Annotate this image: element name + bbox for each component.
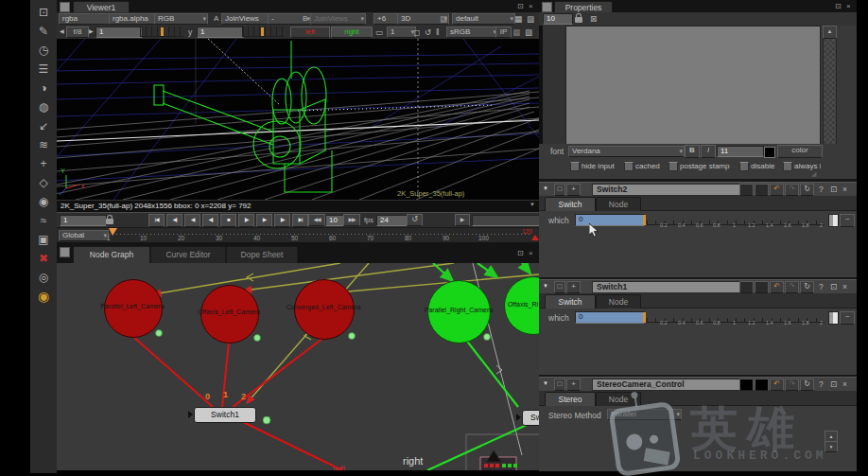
playhead[interactable]: [109, 228, 117, 236]
views-icon[interactable]: ◉: [30, 192, 57, 211]
color-icon[interactable]: ◑: [30, 79, 57, 97]
input-b-select[interactable]: JoinViews: [310, 13, 366, 25]
zoom-fit-icon[interactable]: ▦: [514, 14, 522, 24]
close-panel-icon[interactable]: ×: [842, 282, 847, 291]
draw-icon[interactable]: ✎: [30, 22, 57, 41]
transform-icon[interactable]: +: [30, 154, 57, 173]
disable-checkbox[interactable]: [739, 162, 749, 171]
float-pane-icon[interactable]: ⊡: [517, 248, 524, 258]
redo-icon[interactable]: ↷: [785, 184, 799, 196]
tab-switch[interactable]: Switch: [545, 294, 596, 309]
gain-next-icon[interactable]: ▶: [89, 27, 94, 34]
roi-icon[interactable]: ◻: [413, 27, 420, 37]
next-keyframe-button[interactable]: |▶: [274, 214, 290, 227]
close-pane-icon[interactable]: ×: [846, 1, 851, 11]
range-play-button[interactable]: ▶: [455, 214, 470, 226]
timeline[interactable]: Global 1 10 20 30 40 50 60 70 80 90 100 …: [57, 227, 539, 243]
dope-sheet-checkbox[interactable]: [783, 162, 792, 171]
fstop-button[interactable]: f/8: [66, 26, 89, 38]
clear-panels-icon[interactable]: ⊠: [590, 14, 597, 24]
undo-icon[interactable]: ↶: [770, 281, 784, 293]
float-panel-icon[interactable]: ⊡: [830, 379, 837, 389]
redo-icon[interactable]: ↷: [785, 379, 799, 391]
filter-icon[interactable]: ◍: [30, 97, 57, 116]
float-panel-icon[interactable]: ⊡: [830, 185, 837, 194]
help-icon[interactable]: ?: [819, 282, 824, 291]
scroll-down-button[interactable]: ▼: [825, 441, 838, 452]
skip-forward-button[interactable]: ▶▶: [343, 214, 360, 226]
close-panel-icon[interactable]: ×: [842, 185, 847, 194]
italic-button[interactable]: I: [701, 145, 716, 158]
gamma-slider[interactable]: [242, 26, 284, 37]
view-right-button[interactable]: right: [331, 26, 373, 38]
collapse-icon[interactable]: ▼: [543, 283, 548, 289]
gamma-slider-handle[interactable]: [261, 27, 264, 36]
undo-icon[interactable]: ↶: [770, 184, 784, 196]
node-color-swatch[interactable]: [739, 184, 754, 196]
color-swatch[interactable]: [764, 147, 775, 158]
plugin-red-icon[interactable]: ✖: [30, 249, 57, 268]
image-icon[interactable]: ⊡: [30, 3, 57, 22]
toolsets-icon[interactable]: ▣: [30, 230, 57, 249]
channels-select[interactable]: rgba: [59, 13, 115, 25]
monitor-out-icon[interactable]: ▭: [375, 27, 383, 37]
bold-button[interactable]: B: [685, 145, 700, 158]
gl-color-swatch[interactable]: [755, 281, 769, 293]
pause-icon[interactable]: ‖: [436, 27, 440, 37]
colorspace-select[interactable]: sRGB: [446, 26, 498, 38]
channel-split-button[interactable]: [828, 214, 839, 227]
collapse-icon[interactable]: ▼: [543, 380, 548, 386]
float-pane-icon[interactable]: ⊡: [835, 1, 842, 11]
which-input[interactable]: 0: [575, 311, 645, 324]
monitor-select[interactable]: 1: [387, 26, 416, 38]
minimize-icon[interactable]: □: [554, 379, 565, 391]
gain-input[interactable]: 1: [95, 26, 143, 38]
font-size-input[interactable]: 11: [717, 146, 764, 157]
gain-slider[interactable]: [140, 26, 183, 37]
revert-icon[interactable]: ↻: [800, 184, 814, 196]
loop-mode-button[interactable]: ↺: [407, 214, 423, 226]
center-node-icon[interactable]: +: [566, 379, 581, 391]
stereo-method-select[interactable]: Parallel: [607, 409, 682, 420]
node-switch1[interactable]: Switch1: [194, 407, 256, 423]
step-back-button[interactable]: ◀|: [202, 214, 218, 227]
play-button[interactable]: ▶: [256, 214, 272, 227]
resize-grip-icon[interactable]: ◢: [811, 170, 816, 178]
3d-icon[interactable]: ◇: [30, 173, 57, 192]
tab-switch[interactable]: Switch: [545, 197, 596, 211]
minimize-icon[interactable]: □: [554, 184, 565, 196]
tab-curve-editor[interactable]: Curve Editor: [150, 246, 226, 263]
other-icon[interactable]: ◎: [30, 268, 57, 287]
tab-node[interactable]: Node: [596, 392, 641, 406]
layout-icon[interactable]: ▨: [527, 14, 534, 24]
redo-icon[interactable]: ↷: [785, 281, 799, 293]
node-graph-canvas[interactable]: Parallel_Left_Camera Offaxis_Left_Camera…: [57, 263, 539, 470]
display-channel-select[interactable]: RGB: [154, 13, 208, 25]
gl-color-swatch[interactable]: [755, 184, 769, 196]
gain-prev-icon[interactable]: ◀: [60, 27, 64, 34]
cached-checkbox[interactable]: [624, 162, 634, 171]
tab-stereo[interactable]: Stereo: [545, 392, 596, 406]
channel-split-button[interactable]: [828, 311, 839, 325]
gl-color-swatch[interactable]: [755, 379, 769, 391]
lock-frame-icon[interactable]: [106, 219, 113, 224]
frame-range-select[interactable]: Global: [59, 230, 109, 241]
center-node-icon[interactable]: +: [566, 281, 581, 293]
revert-icon[interactable]: ↻: [800, 379, 814, 391]
collapse-icon[interactable]: ▼: [543, 185, 548, 191]
tab-node-graph[interactable]: Node Graph: [73, 246, 150, 263]
gamma-input[interactable]: 1: [197, 26, 244, 38]
minimize-icon[interactable]: □: [554, 281, 565, 293]
node-color-swatch[interactable]: [739, 281, 754, 293]
stereo-default-select[interactable]: default: [452, 13, 515, 25]
scroll-up-button[interactable]: ▲: [823, 26, 837, 39]
viewport-3d[interactable]: Y x 2K_Super_35(full-ap): [57, 39, 539, 200]
prev-keyframe-button[interactable]: ◀|: [166, 214, 182, 227]
tab-node[interactable]: Node: [596, 197, 641, 211]
revert-icon[interactable]: ↻: [800, 281, 814, 293]
color-button[interactable]: color: [777, 145, 823, 158]
animation-curve-button[interactable]: ~: [840, 214, 855, 227]
pane-menu-button[interactable]: [542, 2, 552, 12]
view-left-button[interactable]: left: [290, 26, 330, 38]
lock-panels-icon[interactable]: [575, 17, 582, 23]
